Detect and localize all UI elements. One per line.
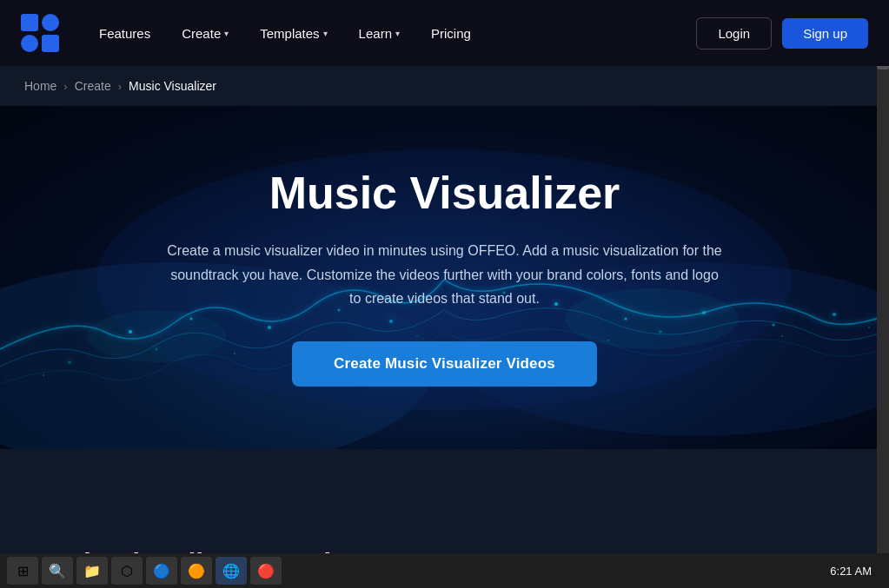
scrollbar[interactable] (877, 0, 889, 588)
taskbar-app1-button[interactable]: ⬡ (111, 557, 143, 585)
create-chevron-icon: ▾ (224, 29, 229, 38)
breadcrumb-home[interactable]: Home (24, 79, 56, 93)
nav-learn[interactable]: Learn ▾ (347, 19, 412, 48)
nav-features[interactable]: Features (87, 19, 163, 48)
taskbar-time: 6:21 AM (830, 565, 882, 578)
nav-links: Features Create ▾ Templates ▾ Learn ▾ Pr… (87, 19, 696, 48)
breadcrumb-current: Music Visualizer (129, 79, 216, 93)
taskbar-app4-button[interactable]: 🔴 (250, 557, 282, 585)
taskbar-files-button[interactable]: 📁 (76, 557, 108, 585)
taskbar-start-button[interactable]: ⊞ (7, 557, 38, 585)
logo[interactable] (21, 14, 59, 52)
signup-button[interactable]: Sign up (782, 18, 868, 49)
hero-title: Music Visualizer (167, 168, 723, 218)
breadcrumb-create[interactable]: Create (75, 79, 111, 93)
hero-subtitle: Create a music visualizer video in minut… (167, 239, 723, 310)
hero-section: Music Visualizer Create a music visualiz… (0, 106, 889, 449)
breadcrumb-sep-2: › (118, 80, 122, 93)
cta-button[interactable]: Create Music Visualizer Videos (292, 341, 597, 386)
taskbar-app3-button[interactable]: 🟠 (181, 557, 212, 585)
svg-point-11 (773, 324, 775, 327)
login-button[interactable]: Login (696, 17, 772, 50)
breadcrumb-sep-1: › (63, 80, 67, 93)
nav-pricing[interactable]: Pricing (419, 19, 483, 48)
hero-content: Music Visualizer Create a music visualiz… (132, 168, 758, 386)
nav-templates[interactable]: Templates ▾ (248, 19, 339, 48)
learn-chevron-icon: ▾ (395, 29, 400, 38)
taskbar-chrome-button[interactable]: 🌐 (216, 557, 247, 585)
nav-create[interactable]: Create ▾ (169, 19, 241, 48)
navbar: Features Create ▾ Templates ▾ Learn ▾ Pr… (0, 0, 889, 66)
taskbar-search-button[interactable]: 🔍 (42, 557, 73, 585)
svg-point-21 (781, 335, 783, 337)
taskbar-app2-button[interactable]: 🔵 (146, 557, 177, 585)
svg-point-17 (43, 374, 44, 376)
nav-actions: Login Sign up (696, 17, 868, 50)
svg-point-22 (868, 327, 870, 328)
templates-chevron-icon: ▾ (323, 29, 328, 38)
svg-point-13 (69, 361, 71, 364)
svg-point-12 (833, 313, 836, 316)
breadcrumb: Home › Create › Music Visualizer (0, 66, 889, 106)
taskbar: ⊞ 🔍 📁 ⬡ 🔵 🟠 🌐 🔴 6:21 AM (0, 553, 889, 588)
logo-icon (21, 14, 59, 52)
